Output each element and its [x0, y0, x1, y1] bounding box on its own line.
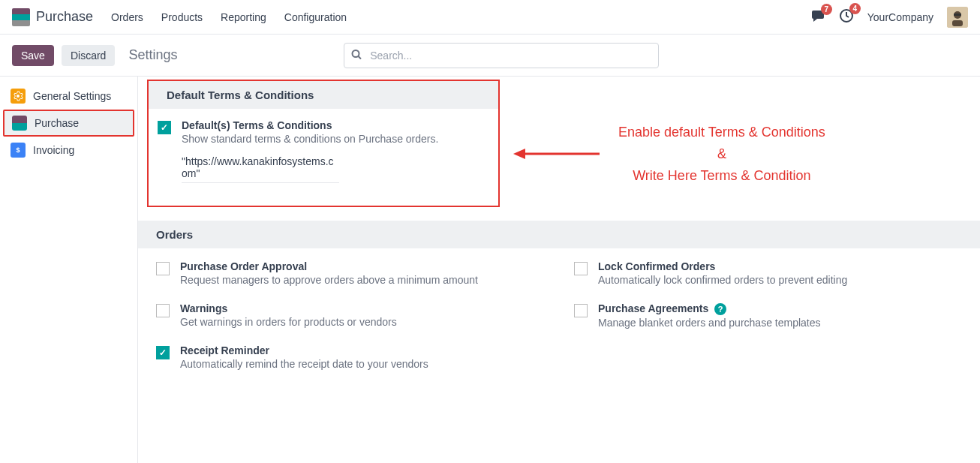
activity-badge: 4 [849, 3, 861, 14]
sidebar-item-purchase[interactable]: Purchase [3, 110, 134, 137]
help-icon[interactable]: ? [714, 303, 726, 315]
activity-button[interactable]: 4 [839, 8, 854, 26]
sidebar-label-purchase: Purchase [35, 117, 79, 129]
orders-section: Orders Purchase Order Approval Request m… [138, 221, 980, 404]
checkbox-receipt-reminder[interactable] [156, 346, 170, 359]
content-inner: Default Terms & Conditions Default(s) Te… [138, 80, 980, 404]
control-panel: Save Discard Settings [0, 35, 980, 77]
search-wrap [344, 43, 659, 68]
nav-reporting[interactable]: Reporting [221, 11, 266, 23]
avatar-icon [947, 7, 968, 28]
arrow-icon [513, 143, 611, 165]
checkbox-warnings[interactable] [156, 304, 170, 317]
svg-rect-4 [954, 14, 961, 16]
checkbox-lock-orders[interactable] [574, 262, 588, 275]
chat-button[interactable]: 7 [810, 9, 825, 25]
terms-highlight-box: Default Terms & Conditions Default(s) Te… [147, 80, 500, 207]
title-purchase-approval: Purchase Order Approval [180, 260, 544, 272]
checkbox-default-terms[interactable] [158, 121, 171, 134]
setting-purchase-approval: Purchase Order Approval Request managers… [156, 260, 544, 286]
chat-badge: 7 [821, 4, 832, 15]
navbar-left: Purchase Orders Products Reporting Confi… [12, 8, 347, 26]
setting-default-terms: Default(s) Terms & Conditions Show stand… [158, 119, 483, 183]
nav-orders[interactable]: Orders [111, 11, 143, 23]
checkbox-purchase-approval[interactable] [156, 262, 170, 275]
title-receipt-reminder: Receipt Reminder [180, 344, 544, 356]
sidebar-item-general[interactable]: General Settings [0, 83, 137, 110]
svg-marker-9 [513, 149, 525, 159]
app-icon[interactable] [12, 8, 30, 26]
annotation-text: Enable default Terms & Conditions & Writ… [618, 122, 825, 186]
company-selector[interactable]: YourCompany [867, 11, 933, 23]
desc-purchase-approval: Request managers to approve orders above… [180, 274, 544, 286]
top-navbar: Purchase Orders Products Reporting Confi… [0, 0, 980, 35]
app-name[interactable]: Purchase [36, 9, 93, 25]
svg-text:$: $ [16, 146, 20, 154]
orders-section-header: Orders [138, 221, 980, 248]
settings-content[interactable]: Default Terms & Conditions Default(s) Te… [138, 77, 980, 463]
setting-purchase-agreements: Purchase Agreements ? Manage blanket ord… [574, 302, 962, 329]
title-purchase-agreements-text: Purchase Agreements [598, 302, 708, 314]
user-avatar[interactable] [947, 7, 968, 28]
orders-section-body: Purchase Order Approval Request managers… [138, 248, 980, 404]
sidebar-label-invoicing: Invoicing [33, 144, 74, 156]
settings-sidebar: General Settings Purchase $ Invoicing [0, 77, 138, 463]
sidebar-item-invoicing[interactable]: $ Invoicing [0, 137, 137, 164]
sidebar-label-general: General Settings [33, 90, 111, 102]
annotation-line1: Enable default Terms & Conditions [618, 122, 825, 143]
gear-icon [11, 89, 26, 104]
terms-textarea[interactable]: "https://www.kanakinfosystems.com" [182, 155, 339, 183]
title-warnings: Warnings [180, 302, 544, 314]
terms-section-body: Default(s) Terms & Conditions Show stand… [149, 109, 498, 206]
nav-menu: Orders Products Reporting Configuration [111, 11, 347, 23]
setting-warnings: Warnings Get warnings in orders for prod… [156, 302, 544, 328]
title-lock-orders: Lock Confirmed Orders [598, 260, 962, 272]
navbar-right: 7 4 YourCompany [810, 7, 968, 28]
annotation-callout: Enable default Terms & Conditions & Writ… [513, 122, 825, 186]
setting-title-terms: Default(s) Terms & Conditions [182, 119, 483, 131]
orders-col-right: Lock Confirmed Orders Automatically lock… [574, 260, 962, 386]
purchase-icon [12, 116, 27, 131]
desc-warnings: Get warnings in orders for products or v… [180, 316, 544, 328]
orders-col-left: Purchase Order Approval Request managers… [156, 260, 544, 386]
orders-grid: Purchase Order Approval Request managers… [156, 260, 962, 386]
terms-section-header: Default Terms & Conditions [149, 81, 498, 109]
setting-lock-orders: Lock Confirmed Orders Automatically lock… [574, 260, 962, 286]
annotation-line3: Write Here Terms & Condition [618, 165, 825, 187]
desc-receipt-reminder: Automatically remind the receipt date to… [180, 358, 544, 370]
setting-receipt-reminder: Receipt Reminder Automatically remind th… [156, 344, 544, 370]
checkbox-purchase-agreements[interactable] [574, 304, 588, 317]
search-input[interactable] [344, 43, 659, 68]
desc-lock-orders: Automatically lock confirmed orders to p… [598, 274, 962, 286]
discard-button[interactable]: Discard [62, 45, 115, 66]
search-icon [351, 49, 362, 62]
setting-desc-terms: Show standard terms & conditions on Purc… [182, 133, 483, 145]
main-layout: General Settings Purchase $ Invoicing De… [0, 77, 980, 463]
save-button[interactable]: Save [12, 45, 54, 66]
svg-line-6 [359, 56, 362, 59]
nav-configuration[interactable]: Configuration [284, 11, 347, 23]
svg-rect-3 [952, 20, 963, 26]
setting-text-terms: Default(s) Terms & Conditions Show stand… [182, 119, 483, 183]
title-purchase-agreements: Purchase Agreements ? [598, 302, 962, 315]
desc-purchase-agreements: Manage blanket orders and purchase templ… [598, 317, 962, 329]
invoicing-icon: $ [11, 143, 26, 158]
nav-products[interactable]: Products [161, 11, 203, 23]
svg-point-5 [353, 50, 359, 57]
annotation-line2: & [618, 143, 825, 165]
page-title: Settings [128, 47, 177, 63]
